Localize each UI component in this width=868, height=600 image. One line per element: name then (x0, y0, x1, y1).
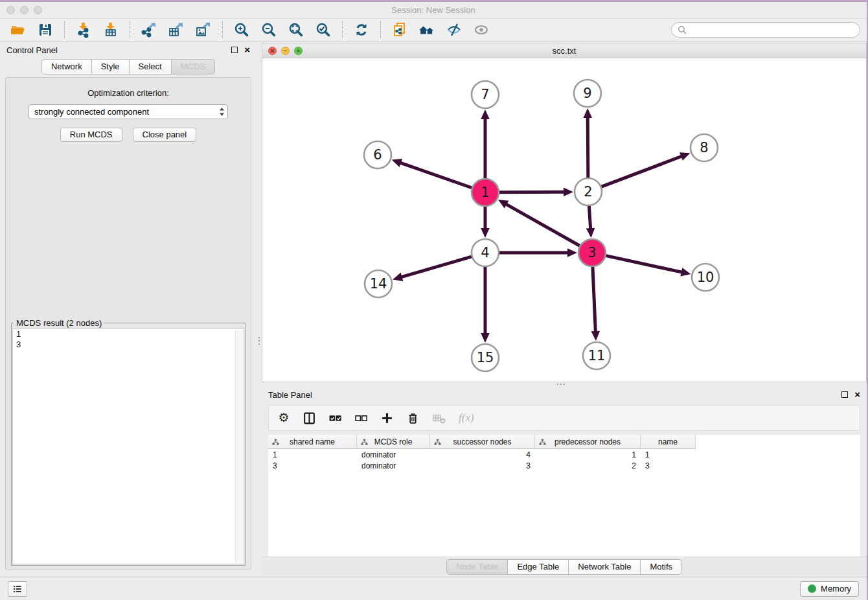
import-network-button[interactable] (72, 20, 95, 40)
table-cell[interactable]: 3 (430, 461, 535, 470)
delete-column-button[interactable] (406, 411, 420, 425)
tab-motifs[interactable]: Motifs (640, 559, 682, 575)
toolbar-separator (222, 21, 223, 38)
graph-edge-3-1[interactable] (498, 200, 580, 246)
splitter-grip-icon (258, 337, 260, 338)
graph-edge-1-7[interactable] (481, 110, 490, 178)
tab-network[interactable]: Network (41, 59, 92, 75)
graph-edge-2-3[interactable] (586, 206, 595, 238)
table-cell[interactable]: 2 (535, 461, 641, 470)
network-window-minimize-button[interactable]: − (281, 47, 290, 55)
table-cell[interactable]: dominator (357, 461, 430, 470)
table-row[interactable]: 1dominator411 (268, 449, 860, 460)
hide-panels-button[interactable] (442, 20, 466, 40)
optimization-criterion-select[interactable]: strongly connected component (29, 104, 228, 119)
search-input[interactable] (690, 25, 854, 36)
graph-node-2[interactable]: 2 (575, 178, 602, 205)
graph-node-7[interactable]: 7 (472, 81, 499, 108)
tab-network-table[interactable]: Network Table (568, 559, 641, 575)
graph-node-10[interactable]: 10 (692, 264, 719, 291)
tab-mcds[interactable]: MCDS (171, 59, 215, 75)
task-history-button[interactable] (8, 581, 27, 597)
table-panel-title: Table Panel (268, 390, 312, 400)
tab-style[interactable]: Style (91, 59, 130, 75)
memory-button[interactable]: Memory (800, 581, 859, 597)
graph-edge-3-10[interactable] (606, 256, 691, 277)
mcds-result-list[interactable]: 13 (12, 329, 244, 564)
table-cell[interactable]: 3 (641, 461, 696, 470)
tab-node-table[interactable]: Node Table (446, 559, 508, 575)
zoom-fit-button[interactable] (284, 20, 308, 40)
table-row[interactable]: 3dominator323 (268, 460, 860, 471)
export-network-button[interactable] (137, 20, 161, 40)
zoom-out-button[interactable] (257, 20, 280, 40)
graph-edge-4-15[interactable] (481, 267, 490, 343)
column-header-successor-nodes[interactable]: successor nodes (430, 435, 535, 449)
open-session-button[interactable] (6, 20, 30, 40)
network-window-titlebar[interactable]: ✕−+ scc.txt (262, 43, 866, 58)
graph-edge-1-4[interactable] (481, 207, 490, 238)
close-panel-button[interactable]: Close panel (133, 128, 197, 142)
table-cell[interactable]: 3 (268, 461, 357, 470)
zoom-selected-button[interactable] (312, 20, 335, 40)
column-header-name[interactable]: name (641, 435, 696, 449)
control-panel-close-button[interactable]: × (244, 45, 250, 54)
graph-node-14[interactable]: 14 (365, 270, 392, 297)
table-settings-button[interactable]: ⚙ (277, 411, 290, 425)
graph-edge-1-2[interactable] (499, 187, 573, 196)
unselect-all-button[interactable] (354, 411, 368, 425)
graph-edge-2-8[interactable] (602, 152, 691, 187)
tab-select[interactable]: Select (129, 59, 172, 75)
network-canvas[interactable]: 7968124314101511 (262, 58, 866, 382)
svg-text:2: 2 (584, 184, 592, 200)
table-panel-close-button[interactable]: × (854, 390, 860, 399)
column-header-shared-name[interactable]: shared name (268, 435, 357, 449)
export-image-button[interactable] (192, 20, 215, 40)
tab-edge-table[interactable]: Edge Table (507, 559, 569, 575)
graph-node-6[interactable]: 6 (364, 141, 391, 168)
graph-edge-4-14[interactable] (393, 257, 472, 281)
graph-node-1[interactable]: 1 (472, 179, 499, 206)
control-panel-title: Control Panel (6, 45, 58, 55)
graph-edge-4-3[interactable] (499, 248, 577, 257)
graph-node-4[interactable]: 4 (472, 239, 499, 266)
run-mcds-button[interactable]: Run MCDS (60, 128, 122, 142)
trash-icon (406, 411, 420, 425)
column-header-predecessor-nodes[interactable]: predecessor nodes (535, 435, 641, 449)
delete-table-icon (432, 411, 446, 425)
graph-node-11[interactable]: 11 (583, 342, 610, 369)
table-cell[interactable]: 1 (535, 450, 641, 459)
column-header-label: MCDS role (374, 437, 413, 446)
table-cell[interactable]: 1 (268, 450, 357, 459)
graph-edge-3-11[interactable] (591, 267, 600, 341)
result-scrollbar[interactable] (235, 330, 243, 563)
select-all-button[interactable] (328, 411, 342, 425)
export-table-button[interactable] (165, 20, 188, 40)
graph-node-9[interactable]: 9 (574, 80, 601, 107)
show-columns-button[interactable] (303, 411, 316, 425)
control-panel-float-button[interactable] (231, 47, 238, 53)
graph-node-15[interactable]: 15 (472, 344, 499, 371)
import-table-button[interactable] (99, 20, 122, 40)
show-panels-button[interactable] (470, 20, 493, 40)
column-header-mcds-role[interactable]: MCDS role (357, 435, 430, 449)
panel-splitter-horizontal[interactable] (262, 382, 867, 386)
home-button[interactable] (415, 20, 439, 40)
graph-edge-1-6[interactable] (392, 159, 472, 188)
zoom-in-button[interactable] (230, 20, 253, 40)
table-panel-float-button[interactable] (841, 391, 848, 398)
table-cell[interactable]: dominator (357, 450, 430, 459)
panel-splitter-vertical[interactable] (257, 41, 262, 577)
save-session-button[interactable] (34, 20, 57, 40)
apply-layout-button[interactable] (350, 20, 373, 40)
network-window-zoom-button[interactable]: + (294, 47, 303, 55)
graph-edge-2-9[interactable] (583, 108, 592, 178)
network-window-close-button[interactable]: ✕ (268, 47, 277, 55)
graph-node-3[interactable]: 3 (578, 239, 606, 266)
table-cell[interactable]: 1 (641, 450, 696, 459)
create-column-button[interactable] (380, 411, 394, 425)
search-box[interactable] (671, 22, 860, 38)
duplicate-network-button[interactable] (388, 20, 411, 40)
table-cell[interactable]: 4 (430, 450, 535, 459)
graph-node-8[interactable]: 8 (691, 134, 718, 161)
